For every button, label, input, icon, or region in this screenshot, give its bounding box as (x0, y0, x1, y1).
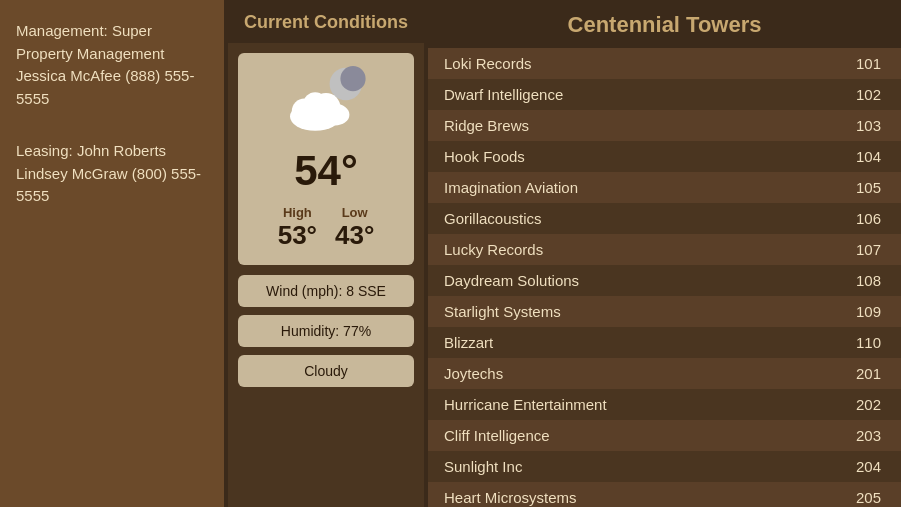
building-title: Centennial Towers (428, 0, 901, 48)
svg-point-6 (321, 104, 350, 126)
management-label: Management: Super Property Management (16, 22, 164, 62)
condition-detail: Cloudy (238, 355, 414, 387)
weather-panel-title: Current Conditions (228, 0, 424, 43)
low-label: Low (342, 205, 368, 220)
table-row: Joytechs201 (428, 358, 901, 389)
table-row: Blizzart110 (428, 327, 901, 358)
tenant-unit: 204 (841, 456, 881, 477)
table-row: Hook Foods104 (428, 141, 901, 172)
management-contact: Jessica McAfee (888) 555-5555 (16, 67, 194, 107)
table-row: Heart Microsystems205 (428, 482, 901, 507)
high-col: High 53° (278, 205, 317, 251)
tenant-name: Lucky Records (444, 239, 841, 260)
wind-detail: Wind (mph): 8 SSE (238, 275, 414, 307)
tenant-name: Heart Microsystems (444, 487, 841, 507)
current-temp: 54° (294, 147, 358, 195)
table-row: Starlight Systems109 (428, 296, 901, 327)
leasing-label: Leasing: John Roberts (16, 142, 166, 159)
tenant-name: Hook Foods (444, 146, 841, 167)
leasing-info: Leasing: John Roberts Lindsey McGraw (80… (16, 140, 208, 208)
left-panel: Management: Super Property Management Je… (0, 0, 228, 507)
table-row: Hurricane Entertainment202 (428, 389, 901, 420)
svg-point-1 (340, 66, 365, 91)
directory-table: Loki Records101Dwarf Intelligence102Ridg… (428, 48, 901, 507)
tenant-name: Hurricane Entertainment (444, 394, 841, 415)
high-label: High (283, 205, 312, 220)
tenant-name: Sunlight Inc (444, 456, 841, 477)
tenant-unit: 202 (841, 394, 881, 415)
table-row: Daydream Solutions108 (428, 265, 901, 296)
right-panel: Centennial Towers Loki Records101Dwarf I… (428, 0, 901, 507)
tenant-unit: 108 (841, 270, 881, 291)
tenant-unit: 101 (841, 53, 881, 74)
management-info: Management: Super Property Management Je… (16, 20, 208, 110)
tenant-name: Daydream Solutions (444, 270, 841, 291)
tenant-name: Starlight Systems (444, 301, 841, 322)
high-low-row: High 53° Low 43° (246, 205, 406, 251)
table-row: Cliff Intelligence203 (428, 420, 901, 451)
tenant-unit: 103 (841, 115, 881, 136)
low-value: 43° (335, 220, 374, 251)
tenant-name: Dwarf Intelligence (444, 84, 841, 105)
tenant-unit: 102 (841, 84, 881, 105)
table-row: Lucky Records107 (428, 234, 901, 265)
tenant-name: Imagination Aviation (444, 177, 841, 198)
leasing-contact: Lindsey McGraw (800) 555-5555 (16, 165, 201, 205)
high-value: 53° (278, 220, 317, 251)
tenant-name: Joytechs (444, 363, 841, 384)
tenant-unit: 107 (841, 239, 881, 260)
table-row: Imagination Aviation105 (428, 172, 901, 203)
tenant-unit: 201 (841, 363, 881, 384)
tenant-unit: 104 (841, 146, 881, 167)
table-row: Dwarf Intelligence102 (428, 79, 901, 110)
table-row: Loki Records101 (428, 48, 901, 79)
tenant-unit: 105 (841, 177, 881, 198)
table-row: Ridge Brews103 (428, 110, 901, 141)
weather-icon (281, 63, 371, 143)
tenant-name: Gorillacoustics (444, 208, 841, 229)
humidity-detail: Humidity: 77% (238, 315, 414, 347)
tenant-unit: 205 (841, 487, 881, 507)
tenant-name: Loki Records (444, 53, 841, 74)
table-row: Sunlight Inc204 (428, 451, 901, 482)
table-row: Gorillacoustics106 (428, 203, 901, 234)
tenant-unit: 110 (841, 332, 881, 353)
tenant-unit: 203 (841, 425, 881, 446)
tenant-name: Cliff Intelligence (444, 425, 841, 446)
weather-box: 54° High 53° Low 43° (238, 53, 414, 265)
tenant-name: Ridge Brews (444, 115, 841, 136)
low-col: Low 43° (335, 205, 374, 251)
tenant-unit: 109 (841, 301, 881, 322)
tenant-name: Blizzart (444, 332, 841, 353)
middle-panel: Current Conditions 54° High 53° (228, 0, 428, 507)
tenant-unit: 106 (841, 208, 881, 229)
